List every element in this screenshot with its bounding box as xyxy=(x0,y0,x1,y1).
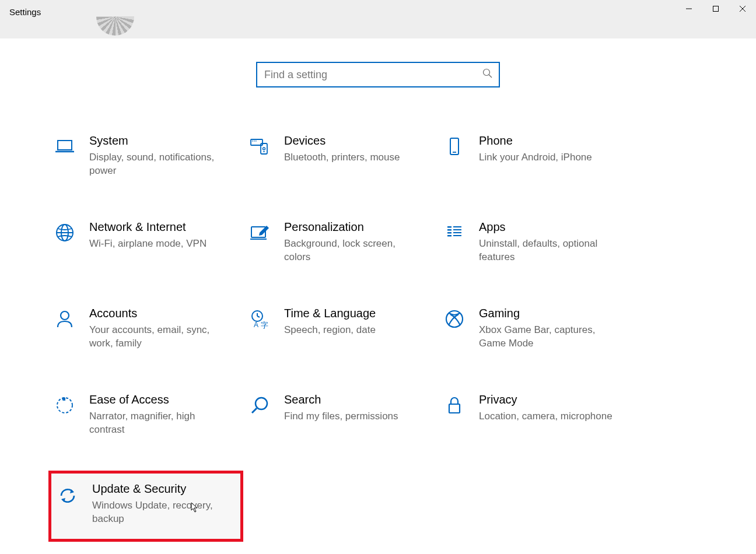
tile-text: GamingXbox Game Bar, captures, Game Mode xyxy=(479,306,613,350)
avatar-remnant xyxy=(96,16,134,38)
tile-desc: Your accounts, email, sync, work, family xyxy=(89,324,223,350)
tile-title: Personalization xyxy=(284,220,418,234)
laptop-icon xyxy=(53,135,76,158)
tile-title: Search xyxy=(284,392,418,406)
svg-rect-24 xyxy=(447,232,452,234)
devices-icon xyxy=(248,135,271,158)
tile-title: Privacy xyxy=(479,392,613,406)
svg-rect-9 xyxy=(252,141,253,142)
tile-time[interactable]: A字Time & LanguageSpeech, region, date xyxy=(243,304,438,361)
lock-icon xyxy=(443,394,466,417)
tile-desc: Wi-Fi, airplane mode, VPN xyxy=(89,237,223,251)
tile-title: Phone xyxy=(479,134,613,148)
tile-ease[interactable]: Ease of AccessNarrator, magnifier, high … xyxy=(48,390,243,447)
update-icon xyxy=(56,484,79,507)
tile-desc: Display, sound, notifications, power xyxy=(89,151,223,178)
svg-rect-10 xyxy=(254,141,255,142)
tile-title: Time & Language xyxy=(284,306,418,320)
svg-point-13 xyxy=(263,148,265,150)
apps-icon xyxy=(443,221,466,244)
magnifier-icon xyxy=(248,394,271,417)
person-icon xyxy=(53,307,76,331)
tile-desc: Background, lock screen, colors xyxy=(284,237,418,264)
tile-search-cat[interactable]: SearchFind my files, permissions xyxy=(243,390,438,447)
tile-update[interactable]: Update & SecurityWindows Update, recover… xyxy=(48,471,243,542)
tile-text: SearchFind my files, permissions xyxy=(284,392,418,423)
svg-point-4 xyxy=(484,69,490,76)
svg-point-30 xyxy=(61,311,69,320)
tile-title: System xyxy=(89,134,223,148)
svg-rect-6 xyxy=(58,141,72,150)
close-button[interactable] xyxy=(729,0,756,17)
tile-desc: Speech, region, date xyxy=(284,324,418,337)
svg-text:字: 字 xyxy=(261,321,268,329)
phone-icon xyxy=(443,135,466,158)
tile-desc: Uninstall, defaults, optional features xyxy=(479,237,613,264)
tile-text: DevicesBluetooth, printers, mouse xyxy=(284,134,418,164)
ease-icon xyxy=(53,394,76,417)
time-lang-icon: A字 xyxy=(248,307,271,331)
search-container xyxy=(256,62,500,87)
minimize-button[interactable] xyxy=(676,0,702,17)
svg-line-39 xyxy=(252,408,257,413)
tile-title: Ease of Access xyxy=(89,392,223,406)
tile-desc: Windows Update, recovery, backup xyxy=(92,499,226,526)
tile-text: Time & LanguageSpeech, region, date xyxy=(284,306,418,337)
tile-personalization[interactable]: PersonalizationBackground, lock screen, … xyxy=(243,218,438,275)
tile-text: PrivacyLocation, camera, microphone xyxy=(479,392,613,423)
tile-title: Update & Security xyxy=(92,482,226,496)
svg-rect-25 xyxy=(447,235,452,237)
tile-network[interactable]: Network & InternetWi-Fi, airplane mode, … xyxy=(48,218,243,275)
titlebar: Settings xyxy=(0,0,756,38)
tile-text: SystemDisplay, sound, notifications, pow… xyxy=(89,134,223,178)
window-controls xyxy=(676,0,756,17)
svg-rect-1 xyxy=(713,6,719,12)
svg-line-5 xyxy=(489,75,492,78)
tile-system[interactable]: SystemDisplay, sound, notifications, pow… xyxy=(48,131,243,188)
tile-desc: Xbox Game Bar, captures, Game Mode xyxy=(479,324,613,350)
maximize-button[interactable] xyxy=(702,0,729,17)
tile-devices[interactable]: DevicesBluetooth, printers, mouse xyxy=(243,131,438,188)
svg-rect-23 xyxy=(447,229,452,231)
tile-title: Network & Internet xyxy=(89,220,223,234)
tile-gaming[interactable]: GamingXbox Game Bar, captures, Game Mode xyxy=(438,304,633,361)
svg-rect-40 xyxy=(449,404,460,413)
main-content: SystemDisplay, sound, notifications, pow… xyxy=(0,38,756,542)
tile-text: AppsUninstall, defaults, optional featur… xyxy=(479,220,613,264)
settings-grid: SystemDisplay, sound, notifications, pow… xyxy=(48,131,633,542)
svg-line-33 xyxy=(257,316,260,317)
svg-rect-11 xyxy=(256,141,257,142)
tile-desc: Location, camera, microphone xyxy=(479,410,613,423)
tile-text: Ease of AccessNarrator, magnifier, high … xyxy=(89,392,223,437)
search-input[interactable] xyxy=(256,62,500,87)
svg-text:A: A xyxy=(254,321,258,329)
tile-apps[interactable]: AppsUninstall, defaults, optional featur… xyxy=(438,218,633,275)
tile-desc: Narrator, magnifier, high contrast xyxy=(89,410,223,437)
xbox-icon xyxy=(443,307,466,331)
pen-icon xyxy=(248,221,271,244)
tile-desc: Find my files, permissions xyxy=(284,410,418,423)
tile-text: Network & InternetWi-Fi, airplane mode, … xyxy=(89,220,223,251)
tile-title: Accounts xyxy=(89,306,223,320)
tile-phone[interactable]: PhoneLink your Android, iPhone xyxy=(438,131,633,188)
tile-title: Apps xyxy=(479,220,613,234)
tile-desc: Link your Android, iPhone xyxy=(479,151,613,164)
tile-title: Gaming xyxy=(479,306,613,320)
tile-accounts[interactable]: AccountsYour accounts, email, sync, work… xyxy=(48,304,243,361)
tile-title: Devices xyxy=(284,134,418,148)
svg-rect-22 xyxy=(447,226,452,228)
tile-privacy[interactable]: PrivacyLocation, camera, microphone xyxy=(438,390,633,447)
tile-text: Update & SecurityWindows Update, recover… xyxy=(92,482,226,526)
search-icon xyxy=(482,68,493,81)
tile-text: PhoneLink your Android, iPhone xyxy=(479,134,613,164)
svg-point-38 xyxy=(256,398,267,409)
window-title: Settings xyxy=(0,0,50,24)
tile-text: AccountsYour accounts, email, sync, work… xyxy=(89,306,223,350)
tile-text: PersonalizationBackground, lock screen, … xyxy=(284,220,418,264)
tile-desc: Bluetooth, printers, mouse xyxy=(284,151,418,164)
globe-icon xyxy=(53,221,76,244)
